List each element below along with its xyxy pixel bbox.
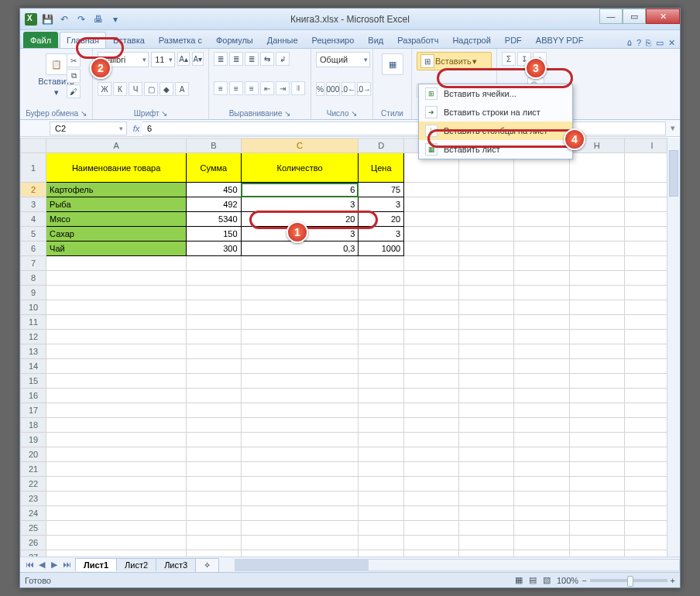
doc-close-icon[interactable]: ✕ [668,38,675,48]
cell[interactable]: 150 [187,227,241,241]
align-right-icon[interactable]: ≡ [245,81,259,95]
row-header[interactable]: 20 [21,447,46,462]
align-bot-icon[interactable]: ≣ [245,52,259,66]
cell[interactable] [241,256,359,271]
cell[interactable] [46,359,187,374]
zoom-out-icon[interactable]: − [582,576,586,585]
grow-font-icon[interactable]: A▴ [177,52,189,66]
paste-drop-icon[interactable]: ▾ [54,87,59,98]
cell[interactable] [404,374,459,389]
cell[interactable] [459,344,514,359]
cell[interactable] [241,477,359,492]
clipboard-launcher-icon[interactable]: ↘ [81,109,87,118]
qat-redo-icon[interactable]: ↷ [74,12,88,26]
cell[interactable] [569,521,624,536]
cell[interactable] [569,433,624,447]
indent-inc-icon[interactable]: ⇥ [276,81,290,95]
cell[interactable] [241,536,359,550]
cell[interactable]: Наименование товара [46,153,187,183]
cell[interactable] [187,256,241,271]
qat-dropdown-icon[interactable]: ▾ [108,12,122,26]
insert-button-label[interactable]: Вставить [435,57,472,66]
cell[interactable] [241,403,359,418]
cell[interactable] [187,300,241,315]
cell[interactable] [514,462,569,477]
shrink-font-icon[interactable]: A▾ [192,52,204,66]
cell[interactable] [46,506,187,521]
cell[interactable] [187,359,241,374]
font-launcher-icon[interactable]: ↘ [161,109,167,118]
cell[interactable] [46,300,187,315]
cell[interactable] [569,315,624,330]
cell[interactable] [241,433,359,447]
row-header[interactable]: 12 [21,330,46,344]
cell[interactable] [187,506,241,521]
cell[interactable] [514,359,569,374]
cell[interactable] [459,506,514,521]
cell[interactable] [46,536,187,550]
cell[interactable] [459,447,514,462]
cell[interactable] [514,300,569,315]
sheet-prev-icon[interactable]: ◀ [36,560,48,570]
row-header[interactable]: 18 [21,418,46,433]
format-painter-icon[interactable]: 🖌 [67,84,81,98]
cell[interactable] [514,492,569,506]
row-header[interactable]: 23 [21,492,46,506]
menu-insert-columns[interactable]: ⇣ Вставить столбцы на лист [419,122,572,140]
cell[interactable] [404,477,459,492]
row-header[interactable]: 24 [21,506,46,521]
cell[interactable] [187,433,241,447]
cell[interactable] [514,241,569,256]
row-header[interactable]: 14 [21,359,46,374]
cell[interactable]: 1000 [359,241,404,256]
cell[interactable] [359,418,404,433]
cell[interactable] [459,359,514,374]
row-header[interactable]: 16 [21,389,46,403]
cell[interactable] [359,477,404,492]
cell[interactable] [514,344,569,359]
cell[interactable] [359,344,404,359]
cell[interactable] [46,462,187,477]
cell[interactable] [459,374,514,389]
cell[interactable] [459,462,514,477]
hscroll-thumb[interactable] [235,560,369,570]
row-header[interactable]: 1 [21,153,46,183]
help-icon[interactable]: ? [637,38,641,48]
row-header[interactable]: 17 [21,403,46,418]
cell[interactable] [187,389,241,403]
qat-undo-icon[interactable]: ↶ [57,12,71,26]
cell[interactable] [404,227,459,241]
cell[interactable]: Цена [359,153,404,183]
cell[interactable] [514,183,569,197]
cell[interactable] [514,374,569,389]
cell[interactable] [514,550,569,557]
cell[interactable] [404,300,459,315]
cell[interactable] [359,462,404,477]
cell[interactable]: 20 [359,212,404,227]
cell[interactable] [241,447,359,462]
align-left-icon[interactable]: ≡ [214,81,228,95]
cell[interactable] [187,374,241,389]
cell[interactable] [569,359,624,374]
cell[interactable]: 492 [187,197,241,212]
cell[interactable] [459,256,514,271]
cell[interactable] [359,374,404,389]
cell[interactable] [46,418,187,433]
merge-icon[interactable]: ⫴ [291,81,305,95]
cell[interactable] [241,271,359,286]
dec-inc-icon[interactable]: .0← [341,82,355,96]
new-sheet-button[interactable]: ✧ [195,558,219,572]
cell[interactable] [46,256,187,271]
cell[interactable] [569,344,624,359]
cell[interactable] [359,286,404,300]
cell[interactable] [514,433,569,447]
sheet-tab-2[interactable]: Лист2 [116,558,156,571]
cell[interactable] [569,300,624,315]
styles-button[interactable]: ▦ [378,52,407,77]
cell[interactable] [459,330,514,344]
row-header[interactable]: 19 [21,433,46,447]
italic-icon[interactable]: К [113,82,127,96]
cell[interactable] [404,271,459,286]
font-color-icon[interactable]: A [175,82,189,96]
cell[interactable] [187,418,241,433]
